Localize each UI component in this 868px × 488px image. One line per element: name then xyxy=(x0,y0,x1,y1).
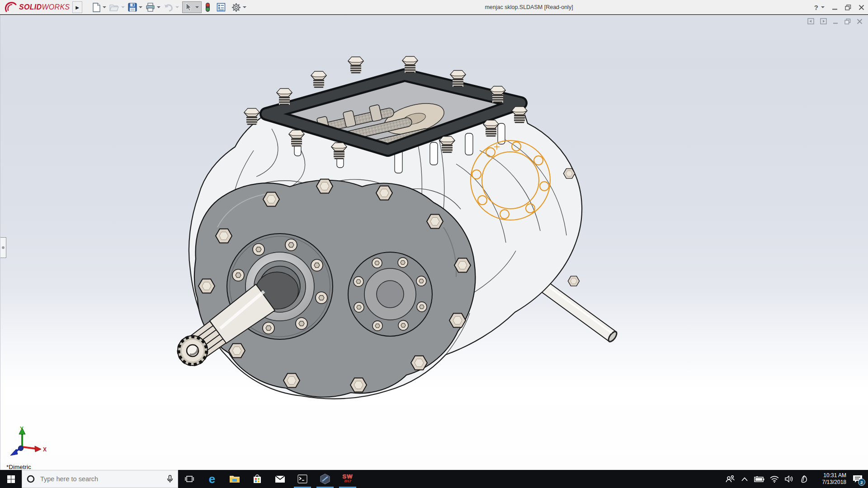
solidworks-logo: SOLIDWORKS xyxy=(4,1,70,13)
triad-x-label: X xyxy=(43,446,47,453)
new-document-button[interactable] xyxy=(92,3,106,12)
notification-badge: 2 xyxy=(858,479,865,486)
clock-date: 7/13/2018 xyxy=(812,479,846,486)
windows-logo-icon xyxy=(7,475,15,483)
hex-app-icon xyxy=(320,474,330,484)
people-icon xyxy=(726,475,735,483)
save-button[interactable] xyxy=(128,3,142,12)
form-options-button[interactable] xyxy=(217,3,226,12)
clock[interactable]: 10:31 AM 7/13/2018 xyxy=(812,470,847,488)
windows-taskbar: e xyxy=(0,470,868,488)
select-tool-dropdown[interactable] xyxy=(195,6,199,8)
task-view-button[interactable] xyxy=(178,470,201,488)
start-button[interactable] xyxy=(0,470,22,488)
volume-button[interactable] xyxy=(782,470,797,488)
document-title: menjac sklop.SLDASM [Read-only] xyxy=(485,4,573,10)
search-input[interactable] xyxy=(40,475,167,483)
status-lights-button[interactable] xyxy=(205,2,211,12)
solidworks-wordmark: SOLIDWORKS xyxy=(19,3,70,11)
task-view-icon xyxy=(185,475,194,483)
close-button[interactable] xyxy=(859,5,864,10)
graphics-area[interactable]: Y X *Dimetric xyxy=(0,15,868,470)
view-orientation-label: *Dimetric xyxy=(6,464,31,470)
help-button[interactable]: ? xyxy=(814,4,825,11)
command-prompt-icon xyxy=(297,474,307,483)
save-dropdown[interactable] xyxy=(139,6,142,8)
restore-button[interactable] xyxy=(845,5,851,10)
taskbar-app-hex-app[interactable] xyxy=(314,470,336,488)
cortana-icon xyxy=(27,475,35,483)
side-cover-flange[interactable] xyxy=(348,252,432,336)
status-lights-icon xyxy=(205,2,211,12)
taskbar-app-file-explorer[interactable] xyxy=(223,470,246,488)
open-button[interactable] xyxy=(109,3,125,12)
taskbar-app-solidworks[interactable]: SW 2017 xyxy=(336,470,359,488)
new-document-dropdown[interactable] xyxy=(103,6,106,8)
undo-dropdown[interactable] xyxy=(175,6,179,8)
gear-icon xyxy=(231,3,241,12)
taskbar-app-mail[interactable] xyxy=(269,470,291,488)
people-button[interactable] xyxy=(723,470,737,488)
windows-ink-button[interactable] xyxy=(797,470,812,488)
wifi-icon xyxy=(770,476,779,483)
taskbar-app-edge[interactable]: e xyxy=(201,470,223,488)
form-options-icon xyxy=(217,3,226,12)
battery-icon xyxy=(754,476,764,482)
title-bar: SOLIDWORKS ▶ xyxy=(0,0,868,14)
print-icon xyxy=(146,3,155,12)
file-explorer-icon xyxy=(229,474,240,483)
select-arrow-icon xyxy=(185,3,192,12)
gearbox-model[interactable] xyxy=(0,15,868,470)
speaker-icon xyxy=(785,475,793,483)
reference-triad: Y X xyxy=(8,425,51,464)
taskbar-search[interactable] xyxy=(22,470,178,488)
clock-time: 10:31 AM xyxy=(812,472,846,479)
minimize-button[interactable] xyxy=(832,5,838,10)
undo-icon xyxy=(164,3,174,12)
select-tool-button[interactable] xyxy=(182,1,202,13)
solidworks-taskbar-icon: SW 2017 xyxy=(343,474,353,483)
battery-button[interactable] xyxy=(752,470,767,488)
edge-icon: e xyxy=(209,473,215,485)
print-dropdown[interactable] xyxy=(157,6,160,8)
network-button[interactable] xyxy=(767,470,782,488)
microphone-icon[interactable] xyxy=(167,475,173,483)
save-icon xyxy=(128,3,137,12)
new-document-icon xyxy=(92,3,101,12)
chevron-up-icon xyxy=(741,477,748,481)
print-button[interactable] xyxy=(146,3,160,12)
undo-button[interactable] xyxy=(164,3,179,12)
settings-button[interactable] xyxy=(231,3,246,12)
taskbar-app-command-prompt[interactable] xyxy=(291,470,314,488)
action-center-button[interactable]: 2 xyxy=(847,470,868,488)
settings-dropdown[interactable] xyxy=(243,6,246,8)
tray-overflow-button[interactable] xyxy=(737,470,752,488)
spline-end-face xyxy=(178,336,208,366)
mail-icon xyxy=(275,475,285,483)
triad-y-label: Y xyxy=(20,426,24,432)
taskbar-app-store[interactable] xyxy=(246,470,269,488)
menu-flyout-button[interactable]: ▶ xyxy=(72,1,82,13)
store-icon xyxy=(252,474,262,484)
open-icon xyxy=(109,3,119,12)
solidworks-logo-icon xyxy=(4,1,17,13)
pen-icon xyxy=(800,475,808,483)
open-dropdown[interactable] xyxy=(121,6,125,8)
